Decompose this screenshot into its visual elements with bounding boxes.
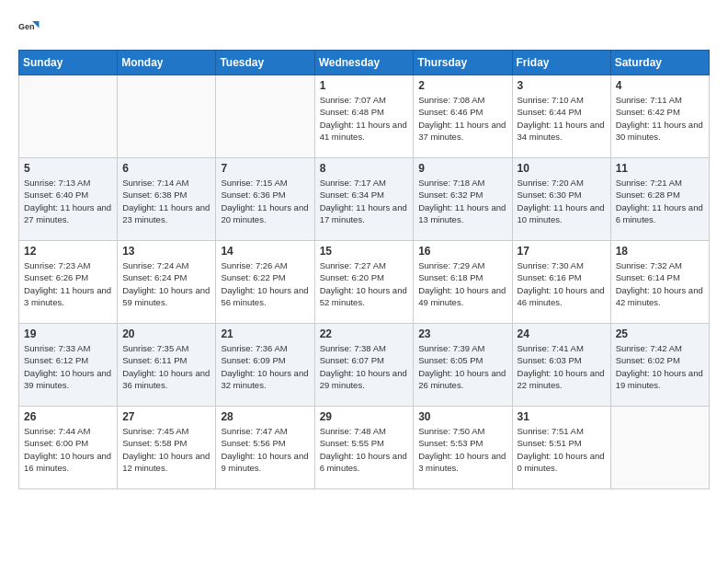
day-info: Sunrise: 7:30 AM Sunset: 6:16 PM Dayligh…	[518, 259, 606, 308]
calendar-cell: 24Sunrise: 7:41 AM Sunset: 6:03 PM Dayli…	[512, 324, 610, 407]
day-info: Sunrise: 7:11 AM Sunset: 6:42 PM Dayligh…	[616, 94, 704, 143]
day-info: Sunrise: 7:24 AM Sunset: 6:24 PM Dayligh…	[122, 259, 210, 308]
day-number: 12	[24, 245, 112, 258]
calendar-header-row: SundayMondayTuesdayWednesdayThursdayFrid…	[19, 51, 710, 75]
day-number: 7	[221, 162, 309, 175]
day-info: Sunrise: 7:45 AM Sunset: 5:58 PM Dayligh…	[122, 425, 210, 474]
day-info: Sunrise: 7:51 AM Sunset: 5:51 PM Dayligh…	[518, 425, 606, 474]
day-info: Sunrise: 7:32 AM Sunset: 6:14 PM Dayligh…	[616, 259, 704, 308]
day-info: Sunrise: 7:10 AM Sunset: 6:44 PM Dayligh…	[518, 94, 606, 143]
day-info: Sunrise: 7:38 AM Sunset: 6:07 PM Dayligh…	[320, 342, 409, 391]
weekday-header-saturday: Saturday	[610, 51, 709, 75]
calendar-cell: 26Sunrise: 7:44 AM Sunset: 6:00 PM Dayli…	[19, 407, 118, 489]
day-info: Sunrise: 7:29 AM Sunset: 6:18 PM Dayligh…	[418, 259, 506, 308]
day-info: Sunrise: 7:21 AM Sunset: 6:28 PM Dayligh…	[616, 177, 704, 225]
day-number: 3	[518, 79, 606, 92]
calendar-week-row: 26Sunrise: 7:44 AM Sunset: 6:00 PM Dayli…	[19, 407, 710, 489]
day-number: 8	[320, 162, 409, 175]
calendar-cell: 2Sunrise: 7:08 AM Sunset: 6:46 PM Daylig…	[414, 75, 512, 158]
day-number: 9	[418, 162, 506, 175]
day-number: 5	[24, 162, 112, 175]
logo: Gen	[18, 18, 44, 40]
day-number: 20	[122, 327, 210, 340]
calendar-cell: 25Sunrise: 7:42 AM Sunset: 6:02 PM Dayli…	[610, 324, 709, 407]
day-info: Sunrise: 7:17 AM Sunset: 6:34 PM Dayligh…	[320, 177, 409, 225]
day-number: 21	[221, 327, 309, 340]
svg-text:Gen: Gen	[18, 22, 35, 31]
calendar-cell: 28Sunrise: 7:47 AM Sunset: 5:56 PM Dayli…	[216, 407, 314, 489]
calendar-cell	[216, 75, 314, 158]
calendar-cell	[118, 75, 216, 158]
day-info: Sunrise: 7:47 AM Sunset: 5:56 PM Dayligh…	[221, 425, 309, 474]
day-number: 25	[616, 327, 704, 340]
day-number: 17	[518, 245, 606, 258]
calendar-cell: 14Sunrise: 7:26 AM Sunset: 6:22 PM Dayli…	[216, 241, 314, 324]
calendar-week-row: 19Sunrise: 7:33 AM Sunset: 6:12 PM Dayli…	[19, 324, 710, 407]
day-info: Sunrise: 7:20 AM Sunset: 6:30 PM Dayligh…	[518, 177, 606, 225]
calendar-cell: 27Sunrise: 7:45 AM Sunset: 5:58 PM Dayli…	[118, 407, 216, 489]
weekday-header-sunday: Sunday	[19, 51, 118, 75]
weekday-header-monday: Monday	[118, 51, 216, 75]
day-number: 30	[418, 410, 506, 423]
day-info: Sunrise: 7:13 AM Sunset: 6:40 PM Dayligh…	[24, 177, 112, 225]
logo-icon: Gen	[18, 18, 40, 40]
day-info: Sunrise: 7:39 AM Sunset: 6:05 PM Dayligh…	[418, 342, 506, 391]
weekday-header-thursday: Thursday	[414, 51, 512, 75]
calendar-cell: 3Sunrise: 7:10 AM Sunset: 6:44 PM Daylig…	[512, 75, 610, 158]
day-info: Sunrise: 7:33 AM Sunset: 6:12 PM Dayligh…	[24, 342, 112, 391]
day-info: Sunrise: 7:08 AM Sunset: 6:46 PM Dayligh…	[418, 94, 506, 143]
day-number: 29	[320, 410, 409, 423]
day-number: 31	[518, 410, 606, 423]
weekday-header-wednesday: Wednesday	[314, 51, 414, 75]
calendar-table: SundayMondayTuesdayWednesdayThursdayFrid…	[18, 50, 710, 489]
day-number: 4	[616, 79, 704, 92]
day-info: Sunrise: 7:14 AM Sunset: 6:38 PM Dayligh…	[122, 177, 210, 225]
day-info: Sunrise: 7:15 AM Sunset: 6:36 PM Dayligh…	[221, 177, 309, 225]
day-number: 10	[518, 162, 606, 175]
calendar-cell: 21Sunrise: 7:36 AM Sunset: 6:09 PM Dayli…	[216, 324, 314, 407]
calendar-cell: 19Sunrise: 7:33 AM Sunset: 6:12 PM Dayli…	[19, 324, 118, 407]
day-info: Sunrise: 7:36 AM Sunset: 6:09 PM Dayligh…	[221, 342, 309, 391]
calendar-cell: 30Sunrise: 7:50 AM Sunset: 5:53 PM Dayli…	[414, 407, 512, 489]
calendar-cell: 13Sunrise: 7:24 AM Sunset: 6:24 PM Dayli…	[118, 241, 216, 324]
calendar-cell: 7Sunrise: 7:15 AM Sunset: 6:36 PM Daylig…	[216, 158, 314, 241]
calendar-cell: 8Sunrise: 7:17 AM Sunset: 6:34 PM Daylig…	[314, 158, 414, 241]
day-number: 1	[320, 79, 409, 92]
day-number: 13	[122, 245, 210, 258]
day-number: 22	[320, 327, 409, 340]
day-number: 24	[518, 327, 606, 340]
calendar-cell: 17Sunrise: 7:30 AM Sunset: 6:16 PM Dayli…	[512, 241, 610, 324]
day-number: 23	[418, 327, 506, 340]
calendar-cell: 15Sunrise: 7:27 AM Sunset: 6:20 PM Dayli…	[314, 241, 414, 324]
calendar-cell	[610, 407, 709, 489]
weekday-header-friday: Friday	[512, 51, 610, 75]
day-info: Sunrise: 7:41 AM Sunset: 6:03 PM Dayligh…	[518, 342, 606, 391]
calendar-cell: 1Sunrise: 7:07 AM Sunset: 6:48 PM Daylig…	[314, 75, 414, 158]
day-info: Sunrise: 7:23 AM Sunset: 6:26 PM Dayligh…	[24, 259, 112, 308]
day-info: Sunrise: 7:44 AM Sunset: 6:00 PM Dayligh…	[24, 425, 112, 474]
day-info: Sunrise: 7:26 AM Sunset: 6:22 PM Dayligh…	[221, 259, 309, 308]
day-number: 16	[418, 245, 506, 258]
calendar-week-row: 1Sunrise: 7:07 AM Sunset: 6:48 PM Daylig…	[19, 75, 710, 158]
day-info: Sunrise: 7:18 AM Sunset: 6:32 PM Dayligh…	[418, 177, 506, 225]
calendar-cell	[19, 75, 118, 158]
calendar-week-row: 5Sunrise: 7:13 AM Sunset: 6:40 PM Daylig…	[19, 158, 710, 241]
calendar-week-row: 12Sunrise: 7:23 AM Sunset: 6:26 PM Dayli…	[19, 241, 710, 324]
weekday-header-tuesday: Tuesday	[216, 51, 314, 75]
calendar-cell: 22Sunrise: 7:38 AM Sunset: 6:07 PM Dayli…	[314, 324, 414, 407]
day-number: 14	[221, 245, 309, 258]
calendar-cell: 5Sunrise: 7:13 AM Sunset: 6:40 PM Daylig…	[19, 158, 118, 241]
calendar-cell: 11Sunrise: 7:21 AM Sunset: 6:28 PM Dayli…	[610, 158, 709, 241]
day-number: 28	[221, 410, 309, 423]
calendar-cell: 29Sunrise: 7:48 AM Sunset: 5:55 PM Dayli…	[314, 407, 414, 489]
day-number: 11	[616, 162, 704, 175]
day-info: Sunrise: 7:42 AM Sunset: 6:02 PM Dayligh…	[616, 342, 704, 391]
day-number: 27	[122, 410, 210, 423]
day-info: Sunrise: 7:35 AM Sunset: 6:11 PM Dayligh…	[122, 342, 210, 391]
day-number: 26	[24, 410, 112, 423]
day-info: Sunrise: 7:50 AM Sunset: 5:53 PM Dayligh…	[418, 425, 506, 474]
calendar-cell: 4Sunrise: 7:11 AM Sunset: 6:42 PM Daylig…	[610, 75, 709, 158]
day-info: Sunrise: 7:27 AM Sunset: 6:20 PM Dayligh…	[320, 259, 409, 308]
calendar-cell: 12Sunrise: 7:23 AM Sunset: 6:26 PM Dayli…	[19, 241, 118, 324]
calendar-cell: 16Sunrise: 7:29 AM Sunset: 6:18 PM Dayli…	[414, 241, 512, 324]
